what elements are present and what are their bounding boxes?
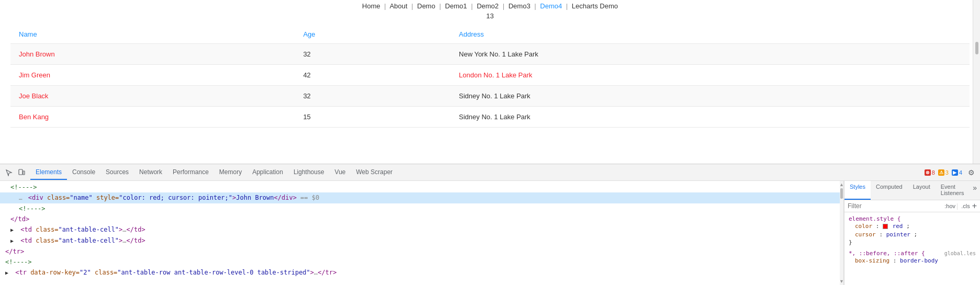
breadcrumb-home[interactable]: Home <box>362 2 380 10</box>
scroll-thumb[interactable] <box>975 42 978 54</box>
breadcrumb-sep: | <box>440 2 441 10</box>
breadcrumb-demo1[interactable]: Demo1 <box>445 2 467 10</box>
cell-name-2[interactable]: Joe Black <box>10 86 295 107</box>
breadcrumb: Home | About | Demo | Demo1 | Demo2 | De… <box>10 0 970 11</box>
breadcrumb-sep: | <box>534 2 536 10</box>
breadcrumb-demo[interactable]: Demo <box>417 2 435 10</box>
page-scrollbar[interactable] <box>973 0 980 128</box>
col-name: Name <box>10 25 295 44</box>
cell-address-1: London No. 1 Lake Park <box>450 65 970 86</box>
table-row: Jim Green 42 London No. 1 Lake Park <box>10 65 970 86</box>
table-row: Ben Kang 15 Sidney No. 1 Lake Park <box>10 107 970 128</box>
cell-age-1: 42 <box>295 65 450 86</box>
cell-name-1[interactable]: Jim Green <box>10 65 295 86</box>
table-row: John Brown 32 New York No. 1 Lake Park <box>10 44 970 65</box>
breadcrumb-sep: | <box>503 2 504 10</box>
breadcrumb-sep: | <box>384 2 386 10</box>
col-age: Age <box>295 25 450 44</box>
cell-address-2: Sidney No. 1 Lake Park <box>450 86 970 107</box>
col-address: Address <box>450 25 970 44</box>
cell-name-0[interactable]: John Brown <box>10 44 295 65</box>
cell-age-0: 32 <box>295 44 450 65</box>
breadcrumb-demo3[interactable]: Demo3 <box>509 2 531 10</box>
breadcrumb-sep: | <box>566 2 568 10</box>
cell-name-3[interactable]: Ben Kang <box>10 107 295 128</box>
breadcrumb-about[interactable]: About <box>390 2 408 10</box>
cell-address-0: New York No. 1 Lake Park <box>450 44 970 65</box>
breadcrumb-demo4[interactable]: Demo4 <box>540 2 562 10</box>
table-row: Joe Black 32 Sidney No. 1 Lake Park <box>10 86 970 107</box>
breadcrumb-lecharts[interactable]: Lecharts Demo <box>572 2 618 10</box>
breadcrumb-sep: | <box>471 2 472 10</box>
data-table: Name Age Address John Brown 32 New York … <box>10 25 970 128</box>
cell-age-3: 15 <box>295 107 450 128</box>
cell-address-3: Sidney No. 1 Lake Park <box>450 107 970 128</box>
breadcrumb-sep: | <box>411 2 413 10</box>
cell-age-2: 32 <box>295 86 450 107</box>
page-count: 13 <box>10 11 970 23</box>
main-content: Home | About | Demo | Demo1 | Demo2 | De… <box>0 0 980 128</box>
breadcrumb-demo2[interactable]: Demo2 <box>477 2 499 10</box>
